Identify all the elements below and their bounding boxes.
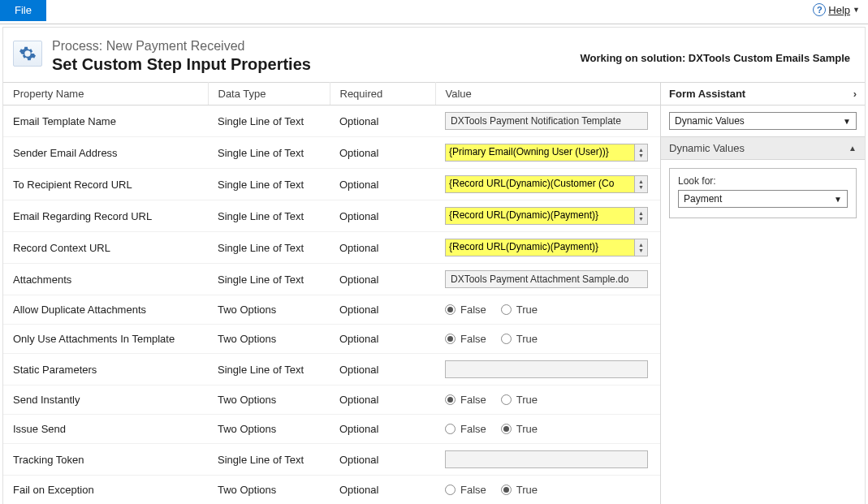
fail-exception-false[interactable]: False <box>445 484 486 496</box>
only-template-true[interactable]: True <box>501 333 538 345</box>
solution-label: Working on solution: DXTools Custom Emai… <box>581 49 851 64</box>
prop-name: Only Use Attachments In Template <box>3 325 208 354</box>
table-row: Only Use Attachments In Template Two Opt… <box>3 325 660 354</box>
col-header-name: Property Name <box>3 83 208 106</box>
send-instantly-true[interactable]: True <box>501 394 538 406</box>
col-header-required: Required <box>330 83 435 106</box>
allow-dup-false[interactable]: False <box>445 304 486 316</box>
prop-name: Fail on Exception <box>3 476 208 505</box>
fail-exception-true[interactable]: True <box>501 484 538 496</box>
table-row: Issue Send Two Options Optional False Tr… <box>3 415 660 444</box>
prop-type: Single Line of Text <box>208 444 330 476</box>
help-menu[interactable]: ? Help ▼ <box>813 0 868 16</box>
col-header-value: Value <box>435 83 660 106</box>
prop-name: To Recipient Record URL <box>3 169 208 200</box>
only-template-false[interactable]: False <box>445 333 486 345</box>
prop-type: Two Options <box>208 295 330 325</box>
regarding-input[interactable]: {Record URL(Dynamic)(Payment)} ▲▼ <box>445 207 648 225</box>
prop-name: Static Parameters <box>3 354 208 386</box>
static-params-input[interactable] <box>445 360 648 378</box>
email-template-input[interactable] <box>445 112 648 130</box>
sender-email-input[interactable]: {Primary Email(Owning User (User))} ▲▼ <box>445 144 648 162</box>
chevron-right-icon: › <box>853 88 857 100</box>
table-row: Email Template Name Single Line of Text … <box>3 106 660 137</box>
prop-required: Optional <box>330 232 435 264</box>
table-row: Sender Email Address Single Line of Text… <box>3 137 660 169</box>
spinner-icon[interactable]: ▲▼ <box>634 208 647 224</box>
dynamic-values-dropdown[interactable]: Dynamic Values ▼ <box>669 112 857 130</box>
issue-send-true[interactable]: True <box>501 423 538 435</box>
prop-type: Single Line of Text <box>208 200 330 232</box>
prop-name: Email Regarding Record URL <box>3 200 208 232</box>
table-row: To Recipient Record URL Single Line of T… <box>3 169 660 200</box>
table-row: Attachments Single Line of Text Optional <box>3 264 660 295</box>
prop-name: Tracking Token <box>3 444 208 476</box>
help-icon: ? <box>813 3 826 16</box>
table-row: Static Parameters Single Line of Text Op… <box>3 354 660 386</box>
look-for-dropdown[interactable]: Payment ▼ <box>678 190 848 208</box>
file-menu-button[interactable]: File <box>0 0 46 21</box>
prop-required: Optional <box>330 325 435 354</box>
process-gear-icon <box>13 41 42 67</box>
prop-name: Record Context URL <box>3 232 208 264</box>
table-row: Allow Duplicate Attachments Two Options … <box>3 295 660 325</box>
context-input[interactable]: {Record URL(Dynamic)(Payment)} ▲▼ <box>445 239 648 256</box>
prop-name: Sender Email Address <box>3 137 208 169</box>
prop-required: Optional <box>330 476 435 505</box>
prop-required: Optional <box>330 106 435 137</box>
prop-type: Single Line of Text <box>208 232 330 264</box>
dynamic-values-section[interactable]: Dynamic Values ▲ <box>661 136 865 160</box>
send-instantly-false[interactable]: False <box>445 394 486 406</box>
prop-type: Single Line of Text <box>208 169 330 200</box>
prop-required: Optional <box>330 444 435 476</box>
prop-name: Allow Duplicate Attachments <box>3 295 208 325</box>
prop-required: Optional <box>330 137 435 169</box>
prop-type: Two Options <box>208 415 330 444</box>
spinner-icon[interactable]: ▲▼ <box>634 176 647 192</box>
table-row: Tracking Token Single Line of Text Optio… <box>3 444 660 476</box>
tracking-input[interactable] <box>445 450 648 468</box>
caret-up-icon: ▲ <box>849 144 857 153</box>
prop-required: Optional <box>330 415 435 444</box>
prop-name: Issue Send <box>3 415 208 444</box>
table-row: Email Regarding Record URL Single Line o… <box>3 200 660 232</box>
spinner-icon[interactable]: ▲▼ <box>634 239 647 256</box>
col-header-type: Data Type <box>208 83 330 106</box>
prop-type: Two Options <box>208 325 330 354</box>
look-for-label: Look for: <box>678 175 848 187</box>
prop-required: Optional <box>330 354 435 386</box>
issue-send-false[interactable]: False <box>445 423 486 435</box>
allow-dup-true[interactable]: True <box>501 304 538 316</box>
prop-type: Single Line of Text <box>208 354 330 386</box>
prop-required: Optional <box>330 169 435 200</box>
prop-type: Two Options <box>208 386 330 415</box>
prop-required: Optional <box>330 386 435 415</box>
form-assistant-header[interactable]: Form Assistant › <box>661 83 865 106</box>
prop-type: Two Options <box>208 476 330 505</box>
help-label: Help <box>828 4 850 16</box>
table-row: Record Context URL Single Line of Text O… <box>3 232 660 264</box>
prop-name: Email Template Name <box>3 106 208 137</box>
page-title: Set Custom Step Input Properties <box>52 55 311 74</box>
prop-type: Single Line of Text <box>208 264 330 295</box>
table-row: Fail on Exception Two Options Optional F… <box>3 476 660 505</box>
spinner-icon[interactable]: ▲▼ <box>634 144 647 161</box>
caret-down-icon: ▼ <box>853 6 860 14</box>
table-row: Send Instantly Two Options Optional Fals… <box>3 386 660 415</box>
caret-down-icon: ▼ <box>843 117 851 126</box>
to-recipient-input[interactable]: {Record URL(Dynamic)(Customer (Co ▲▼ <box>445 175 648 193</box>
prop-name: Attachments <box>3 264 208 295</box>
attachments-input[interactable] <box>445 270 648 288</box>
prop-name: Send Instantly <box>3 386 208 415</box>
form-assistant-panel: Form Assistant › Dynamic Values ▼ Dynami… <box>660 82 865 504</box>
prop-type: Single Line of Text <box>208 106 330 137</box>
prop-required: Optional <box>330 295 435 325</box>
properties-table: Property Name Data Type Required Value E… <box>3 82 660 504</box>
caret-down-icon: ▼ <box>834 195 842 204</box>
prop-required: Optional <box>330 264 435 295</box>
process-label: Process: New Payment Received <box>52 39 311 54</box>
prop-required: Optional <box>330 200 435 232</box>
prop-type: Single Line of Text <box>208 137 330 169</box>
